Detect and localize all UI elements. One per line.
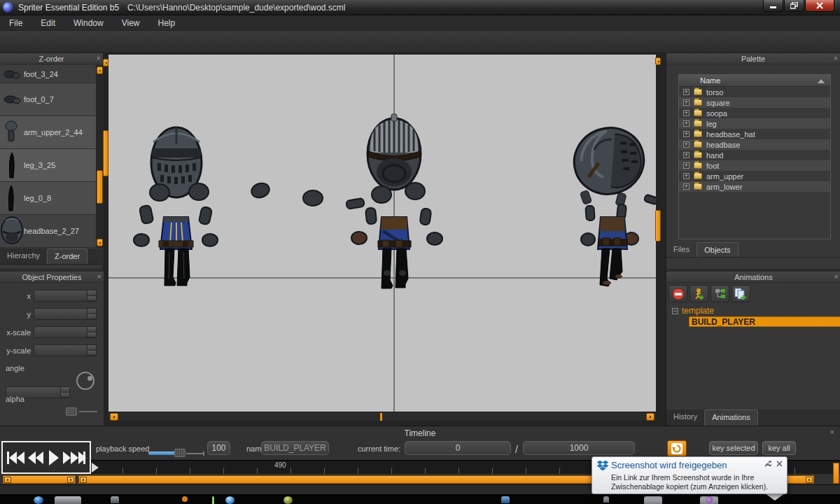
zorder-item[interactable]: foot_0_7 <box>0 83 96 116</box>
taskbar-icon[interactable] <box>501 496 510 503</box>
expand-icon[interactable]: + <box>683 183 690 190</box>
keyframe-bar-end[interactable] <box>833 463 839 484</box>
expand-icon[interactable]: + <box>683 173 690 179</box>
dropbox-icon <box>597 461 608 471</box>
expand-icon[interactable]: + <box>683 89 690 95</box>
loop-toggle-button[interactable] <box>667 440 687 456</box>
palette-item[interactable]: +soopa <box>679 108 830 118</box>
palette-item[interactable]: +torso <box>679 87 830 97</box>
tab-animations[interactable]: Animations <box>704 410 757 426</box>
playback-speed-track-rest[interactable] <box>186 453 204 454</box>
collapse-icon[interactable]: − <box>672 308 678 314</box>
tab-zorder[interactable]: Z-order <box>47 248 88 264</box>
expand-icon[interactable]: + <box>683 110 690 116</box>
canvas-horizontal-scrollbar[interactable] <box>108 412 656 421</box>
playhead-marker[interactable] <box>92 463 99 472</box>
add-animation-button[interactable] <box>690 285 708 302</box>
taskbar-icon[interactable] <box>284 496 293 504</box>
total-time-field[interactable]: 1000 <box>523 441 635 455</box>
zorder-item[interactable]: arm_upper_2_44 <box>0 116 96 149</box>
palette-name-column-header[interactable]: Name <box>679 75 830 87</box>
canvas-left-scrollbar[interactable] <box>104 55 108 421</box>
taskbar-icon[interactable] <box>644 496 662 504</box>
palette-item[interactable]: +leg <box>679 118 830 129</box>
palette-item[interactable]: +hand <box>679 150 830 160</box>
close-button[interactable] <box>805 0 834 12</box>
x-input[interactable] <box>34 290 97 302</box>
palette-item[interactable]: +arm_upper <box>679 171 830 181</box>
expand-icon[interactable]: + <box>683 120 690 127</box>
key-all-button[interactable]: key all <box>762 441 796 455</box>
minimize-button[interactable] <box>763 0 783 12</box>
title-bar[interactable]: Spriter Essential Edition b5 C:\Users\Ha… <box>0 0 840 15</box>
y-input[interactable] <box>34 308 97 320</box>
key-selected-button[interactable]: key selected <box>709 441 758 455</box>
menu-file[interactable]: File <box>0 15 31 31</box>
close-icon[interactable] <box>776 461 783 467</box>
delete-animation-button[interactable] <box>668 285 687 302</box>
taskbar-icon[interactable] <box>706 496 713 503</box>
expand-icon[interactable]: + <box>683 152 690 158</box>
tab-files[interactable]: Files <box>666 242 696 257</box>
taskbar-icon[interactable] <box>111 496 119 503</box>
playback-buttons[interactable] <box>6 447 87 468</box>
zorder-item[interactable]: headbase_2_27 <box>0 215 96 248</box>
zorder-item[interactable]: foot_3_24 <box>0 65 96 83</box>
start-orb-icon[interactable] <box>34 496 43 504</box>
taskbar-icon[interactable] <box>603 496 609 503</box>
palette-item[interactable]: +arm_lower <box>679 181 830 192</box>
keyframe-bar-left[interactable] <box>3 475 76 484</box>
wrench-icon[interactable] <box>764 460 771 468</box>
notification-title[interactable]: Screenshot wird freigegeben <box>611 460 727 470</box>
zorder-item[interactable]: leg_0_8 <box>0 182 96 215</box>
expand-icon[interactable]: + <box>683 131 690 137</box>
folder-icon <box>694 162 702 169</box>
expand-icon[interactable]: + <box>683 162 690 169</box>
taskbar-icon[interactable] <box>225 496 234 504</box>
tab-history[interactable]: History <box>666 410 704 426</box>
close-icon[interactable]: × <box>830 428 834 436</box>
notification-popup[interactable]: Screenshot wird freigegeben Ein Link zur… <box>592 456 788 494</box>
taskbar-icon[interactable] <box>212 496 214 504</box>
animation-item-selected[interactable]: BUILD_PLAYER <box>689 316 840 327</box>
canvas-right-scrollbar[interactable] <box>656 55 661 421</box>
close-icon[interactable]: × <box>834 54 838 63</box>
taskbar-window-button[interactable] <box>55 496 81 504</box>
menu-window[interactable]: Window <box>64 15 113 31</box>
folder-icon <box>694 173 702 179</box>
animation-group[interactable]: template <box>682 306 714 316</box>
playback-speed-track[interactable] <box>148 451 175 455</box>
alpha-slider-handle[interactable] <box>66 407 77 416</box>
zorder-item[interactable]: leg_3_25 <box>0 149 96 182</box>
close-icon[interactable]: × <box>97 272 102 281</box>
menu-view[interactable]: View <box>113 15 149 31</box>
expand-icon[interactable]: + <box>683 141 690 148</box>
alpha-slider-track[interactable] <box>79 411 97 412</box>
playback-speed-handle[interactable] <box>174 449 186 457</box>
tab-hierarchy[interactable]: Hierarchy <box>0 248 47 264</box>
angle-dial[interactable] <box>76 372 94 390</box>
x-scale-input[interactable] <box>34 326 97 338</box>
animation-hierarchy-button[interactable] <box>710 285 729 302</box>
duplicate-animation-button[interactable] <box>732 285 750 302</box>
close-icon[interactable]: × <box>97 54 101 63</box>
restore-button[interactable] <box>784 0 804 12</box>
playback-speed-value[interactable]: 100 <box>207 441 230 455</box>
zorder-scrollbar-thumb[interactable] <box>97 170 103 204</box>
palette-item[interactable]: +square <box>679 97 830 108</box>
menu-edit[interactable]: Edit <box>31 15 64 31</box>
taskbar-icon[interactable] <box>182 496 188 502</box>
tab-objects[interactable]: Objects <box>696 242 738 257</box>
menu-help[interactable]: Help <box>149 15 185 31</box>
current-time-field[interactable]: 0 <box>405 441 511 455</box>
taskbar-icon[interactable] <box>539 496 549 504</box>
palette-item[interactable]: +foot <box>679 160 830 171</box>
expand-icon[interactable]: + <box>683 99 690 106</box>
close-icon[interactable]: × <box>834 272 839 281</box>
windows-taskbar[interactable] <box>0 494 840 504</box>
palette-item[interactable]: +headbase <box>679 139 830 150</box>
canvas-viewport[interactable] <box>108 55 656 412</box>
y-scale-input[interactable] <box>34 344 97 356</box>
animation-name-field[interactable]: BUILD_PLAYER <box>261 441 329 455</box>
palette-item[interactable]: +headbase_hat <box>679 129 830 139</box>
